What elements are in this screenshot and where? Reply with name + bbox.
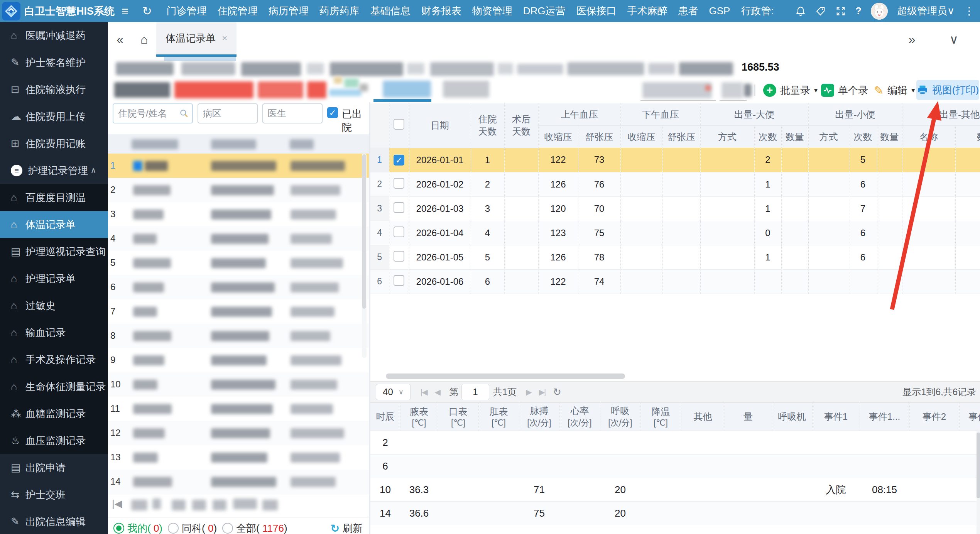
- vitals-col-9[interactable]: 量: [725, 403, 772, 431]
- row-checkbox[interactable]: [394, 251, 404, 262]
- expand-tabs-icon[interactable]: »: [900, 32, 924, 47]
- vitals-row-14[interactable]: 1436.67520: [370, 502, 980, 525]
- sidebar-item-12[interactable]: ⌂手术及操作记录: [0, 346, 108, 373]
- top-menu-item-4[interactable]: 基础信息: [365, 0, 416, 22]
- sidebar-item-0[interactable]: ⌂医嘱冲减退药: [0, 22, 108, 49]
- vitals-col-8[interactable]: 其他: [681, 403, 725, 431]
- top-menu-item-10[interactable]: 患者: [672, 0, 703, 22]
- sidebar-item-10[interactable]: ⌂过敏史: [0, 292, 108, 319]
- vitals-col-4[interactable]: 脉搏[次/分]: [519, 403, 559, 431]
- col-other-name[interactable]: 名称: [902, 126, 955, 148]
- col-stool-amount[interactable]: 数量: [781, 126, 808, 148]
- record-row-3[interactable]: 32026-01-0331207017: [370, 196, 980, 221]
- top-menu-item-0[interactable]: 门诊管理: [161, 0, 212, 22]
- tab-temperature-record[interactable]: 体温记录单 ×: [156, 22, 237, 57]
- user-avatar[interactable]: [871, 3, 888, 20]
- record-row-4[interactable]: 42026-01-0441237506: [370, 221, 980, 245]
- patient-row-8[interactable]: 8: [108, 324, 369, 348]
- col-stool-method[interactable]: 方式: [700, 126, 754, 148]
- vitals-row-6[interactable]: 6: [370, 455, 980, 478]
- top-menu-item-12[interactable]: 行政管:: [735, 0, 779, 22]
- patient-row-5[interactable]: 5: [108, 251, 369, 275]
- vitals-col-5[interactable]: 心率[次/分]: [559, 403, 600, 431]
- sidebar-item-18[interactable]: ✎出院信息编辑: [0, 508, 108, 534]
- sidebar-item-7[interactable]: ⌂体温记录单: [0, 211, 108, 238]
- top-menu-item-9[interactable]: 手术麻醉: [622, 0, 672, 22]
- col-postop-days[interactable]: 术后天数: [504, 103, 538, 148]
- patient-row-11[interactable]: 11: [108, 397, 369, 421]
- sidebar-item-16[interactable]: ▤出院申请: [0, 454, 108, 481]
- record-row-6[interactable]: 62026-01-06612274: [370, 269, 980, 294]
- sidebar-item-13[interactable]: ⌂生命体征测量记录: [0, 373, 108, 400]
- fullscreen-icon[interactable]: [835, 6, 846, 17]
- notifications-bell-icon[interactable]: [795, 6, 806, 17]
- scrollbar-thumb[interactable]: [977, 433, 980, 498]
- row-checkbox[interactable]: [394, 202, 404, 213]
- tag-icon[interactable]: [815, 6, 826, 17]
- col-other-amount[interactable]: 数量: [955, 126, 980, 148]
- tab-list-caret-icon[interactable]: ∨: [941, 32, 967, 47]
- radio-all[interactable]: [222, 523, 233, 534]
- top-menu-item-11[interactable]: GSP: [703, 0, 735, 22]
- row-checkbox[interactable]: [394, 275, 404, 286]
- sidebar-item-2[interactable]: ⊟住院输液执行: [0, 76, 108, 103]
- vitals-col-7[interactable]: 降温[℃]: [640, 403, 681, 431]
- scrollbar-thumb[interactable]: [386, 373, 625, 379]
- single-entry-button[interactable]: 单个录: [821, 81, 868, 100]
- vitals-col-14[interactable]: 事件2...: [959, 403, 980, 431]
- record-row-5[interactable]: 52026-01-0551267816: [370, 245, 980, 269]
- col-systolic-pm[interactable]: 收缩压: [620, 126, 662, 148]
- next-page-icon[interactable]: ▶: [522, 387, 535, 397]
- row-checkbox[interactable]: ✓: [394, 155, 404, 166]
- patient-row-12[interactable]: 12: [108, 421, 369, 446]
- patient-row-10[interactable]: 10: [108, 372, 369, 397]
- current-user-name[interactable]: 超级管理员∨: [897, 4, 955, 18]
- refresh-icon[interactable]: ↻: [135, 4, 159, 18]
- view-print-button[interactable]: 视图(打印): [916, 80, 979, 100]
- doctor-input[interactable]: [262, 103, 323, 123]
- patient-row-7[interactable]: 7: [108, 299, 369, 324]
- help-icon[interactable]: ?: [855, 5, 862, 17]
- home-tab-icon[interactable]: ⌂: [132, 32, 156, 47]
- sidebar-item-11[interactable]: ⌂输血记录: [0, 319, 108, 346]
- sidebar-item-3[interactable]: ☁住院费用上传: [0, 103, 108, 130]
- vitals-col-12[interactable]: 事件1...: [860, 403, 909, 431]
- sidebar-item-6[interactable]: ⌂百度度目测温: [0, 184, 108, 211]
- col-diastolic-pm[interactable]: 舒张压: [662, 126, 700, 148]
- prev-page-icon[interactable]: ◀: [431, 387, 444, 397]
- refresh-list-button[interactable]: ↻ 刷新: [331, 522, 363, 534]
- close-tab-icon[interactable]: ×: [222, 33, 227, 44]
- vitals-row-10[interactable]: 1036.37120入院08:15: [370, 478, 980, 502]
- radio-same-dept[interactable]: [168, 523, 179, 534]
- hamburger-menu-icon[interactable]: ≡: [115, 5, 135, 18]
- ward-input[interactable]: [198, 103, 258, 123]
- vitals-col-10[interactable]: 呼吸机: [772, 403, 812, 431]
- radio-mine[interactable]: [113, 523, 124, 534]
- scrollbar-thumb[interactable]: [362, 154, 366, 309]
- row-checkbox[interactable]: [394, 178, 404, 189]
- patient-row-9[interactable]: 9: [108, 348, 369, 373]
- col-diastolic-am[interactable]: 舒张压: [578, 126, 620, 148]
- page-size-select[interactable]: 40∨: [376, 384, 411, 400]
- col-stool-count[interactable]: 次数: [754, 126, 781, 148]
- first-page-icon[interactable]: |◀: [417, 387, 431, 397]
- collapse-tabs-icon[interactable]: «: [108, 32, 132, 47]
- top-menu-item-1[interactable]: 住院管理: [212, 0, 263, 22]
- search-icon[interactable]: [179, 108, 189, 118]
- batch-entry-button[interactable]: + 批量录 ▾: [763, 81, 818, 100]
- top-menu-item-8[interactable]: 医保接口: [571, 0, 622, 22]
- col-urine-count[interactable]: 次数: [849, 126, 877, 148]
- top-menu-item-2[interactable]: 病历管理: [263, 0, 314, 22]
- patient-pager-first-icon[interactable]: |◀: [112, 498, 122, 510]
- sidebar-item-4[interactable]: ⊞住院费用记账: [0, 130, 108, 157]
- patient-row-13[interactable]: 13: [108, 445, 369, 470]
- edit-button[interactable]: ✎ 编辑 ▾: [874, 81, 915, 100]
- top-menu-item-6[interactable]: 物资管理: [467, 0, 518, 22]
- vitals-row-2[interactable]: 2: [370, 431, 980, 455]
- patient-row-14[interactable]: 14: [108, 470, 369, 494]
- vitals-col-3[interactable]: 肛表[℃]: [478, 403, 519, 431]
- top-menu-item-5[interactable]: 财务报表: [416, 0, 467, 22]
- col-urine-amount[interactable]: 数量: [877, 126, 902, 148]
- discharged-checkbox[interactable]: ✓: [327, 107, 338, 118]
- top-menu-item-3[interactable]: 药房药库: [314, 0, 365, 22]
